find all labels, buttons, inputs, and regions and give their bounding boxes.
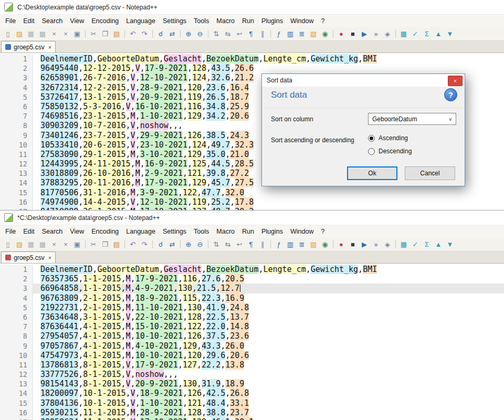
editor-line-2[interactable]: 296495440,12-12-2015,V,17-9-2021,128,43.… [0, 64, 504, 73]
editor-line-14[interactable]: 1418200097,10-1-2015,V,18-9-2021,126,42.… [0, 388, 504, 398]
find-icon[interactable]: ☌ [155, 239, 166, 250]
monitoring-eye-icon[interactable]: ◉ [320, 239, 330, 250]
menu-settings[interactable]: Settings [159, 226, 190, 237]
print-icon[interactable]: ▣ [72, 239, 82, 250]
menu-window[interactable]: Window [287, 226, 317, 237]
paste-icon[interactable]: ▤ [111, 239, 122, 250]
sort-ascending-icon[interactable]: ▲ [433, 239, 444, 250]
menu-search[interactable]: Search [38, 16, 67, 26]
line-number[interactable]: 5 [0, 92, 33, 102]
run-macro-multiple-times-icon[interactable]: » [371, 29, 381, 39]
line-number[interactable]: 3 [0, 73, 33, 82]
copy-icon[interactable]: ❐ [100, 239, 110, 250]
csv-lint-validate-icon[interactable]: ✓ [410, 29, 421, 39]
line-number[interactable]: 13 [0, 169, 33, 178]
zoom-in-icon[interactable]: ⊕ [183, 239, 194, 250]
csv-lint-panel-icon[interactable]: ▦ [398, 29, 409, 39]
line-number[interactable]: 12 [0, 370, 33, 379]
menu-file[interactable]: File [2, 226, 19, 237]
menu-language[interactable]: Language [122, 16, 159, 26]
close-all-files-icon[interactable]: × [60, 29, 71, 39]
line-number[interactable]: 4 [0, 83, 33, 92]
tab-groep5csv[interactable]: groep5.csv × [1, 41, 56, 52]
line-number[interactable]: 10 [0, 140, 33, 150]
line-number[interactable]: 5 [0, 303, 33, 312]
editor-line-11[interactable]: 1113786813,8-1-2015,V,17-9-2021,127,22.2… [0, 360, 504, 370]
document-map-icon[interactable]: ▥ [285, 29, 296, 39]
menu-tools[interactable]: Tools [190, 16, 213, 26]
radio-ascending[interactable]: Ascending [368, 134, 408, 142]
redo-icon[interactable]: ↷ [139, 239, 150, 250]
sync-horizontal-scrolling-icon[interactable]: ⇆ [223, 239, 233, 250]
menu-plugins[interactable]: Plugins [258, 16, 287, 26]
sync-vertical-scrolling-icon[interactable]: ⇅ [211, 239, 222, 250]
line-number[interactable]: 6 [0, 312, 33, 322]
redo-icon[interactable]: ↷ [139, 29, 150, 39]
menu-language[interactable]: Language [122, 226, 159, 237]
zoom-out-icon[interactable]: ⊖ [195, 29, 205, 39]
editor-line-2[interactable]: 276357365,1-1-2015,M,17-9-2021,116,27.6,… [0, 274, 504, 284]
record-macro-icon[interactable]: ● [336, 29, 346, 39]
csv-lint-metadata-icon[interactable]: Σ [422, 29, 432, 39]
editor-pane[interactable]: 1DeelnemerID,GeboorteDatum,Geslacht,Bezo… [0, 264, 504, 420]
line-number[interactable]: 7 [0, 322, 33, 331]
line-number[interactable]: 12 [0, 159, 33, 169]
undo-icon[interactable]: ↶ [128, 29, 138, 39]
help-icon[interactable]: ? [444, 88, 457, 101]
ok-button[interactable]: Ok [347, 166, 397, 180]
menu-edit[interactable]: Edit [19, 226, 38, 237]
csv-lint-metadata-icon[interactable]: Σ [422, 239, 432, 250]
function-list-icon[interactable]: ƒ [274, 239, 284, 250]
document-map-icon[interactable]: ▥ [285, 239, 296, 250]
line-number[interactable]: 15 [0, 398, 33, 408]
editor-line-7[interactable]: 787636441,4-1-2015,M,15-10-2021,122,22.0… [0, 322, 504, 331]
folder-as-workspace-icon[interactable]: ▧ [308, 29, 319, 39]
editor-line-1[interactable]: 1DeelnemerID,GeboorteDatum,Geslacht,Bezo… [0, 265, 504, 274]
line-number[interactable]: 9 [0, 131, 33, 140]
editor-line-16[interactable]: 1674974900,14-4-2015,V,12-10-2021,119,25… [0, 197, 504, 207]
line-number[interactable]: 7 [0, 111, 33, 121]
replace-icon[interactable]: ⇄ [167, 239, 177, 250]
editor-line-10[interactable]: 1047547973,4-1-2015,M,10-10-2021,120,29.… [0, 351, 504, 360]
save-recorded-macro-icon[interactable]: ◈ [382, 29, 393, 39]
save-file-icon[interactable]: ▦ [26, 239, 36, 250]
save-all-icon[interactable]: ▩ [37, 29, 48, 39]
menu-macro[interactable]: Macro [213, 16, 238, 26]
menu-macro[interactable]: Macro [213, 226, 238, 237]
line-number[interactable]: 8 [0, 331, 33, 341]
line-number[interactable]: 2 [0, 274, 33, 284]
line-number[interactable]: 1 [0, 54, 33, 64]
menu-encoding[interactable]: Encoding [88, 16, 122, 26]
editor-line-4[interactable]: 496763809,2-1-2015,M,18-9-2021,115,22.3,… [0, 293, 504, 303]
line-number[interactable]: 14 [0, 178, 33, 187]
line-number[interactable]: 4 [0, 293, 33, 303]
line-number[interactable]: 14 [0, 388, 33, 398]
menu-run[interactable]: Run [238, 16, 258, 26]
tab-groep5csv[interactable]: groep5.csv × [1, 251, 56, 263]
show-all-characters-icon[interactable]: ¶ [246, 29, 256, 39]
csv-lint-validate-icon[interactable]: ✓ [410, 239, 421, 250]
line-number[interactable]: 6 [0, 102, 33, 111]
line-number[interactable]: 8 [0, 121, 33, 130]
menu-view[interactable]: View [66, 16, 88, 26]
open-file-icon[interactable]: ▨ [14, 29, 25, 39]
menu-file[interactable]: File [2, 16, 19, 26]
cut-icon[interactable]: ✂ [88, 29, 99, 39]
line-number[interactable]: 3 [0, 284, 33, 293]
editor-line-1[interactable]: 1DeelnemerID,GeboorteDatum,Geslacht,Bezo… [0, 54, 504, 64]
editor-line-6[interactable]: 673634648,3-1-2015,V,22-10-2021,128,22.5… [0, 312, 504, 322]
zoom-out-icon[interactable]: ⊖ [195, 239, 205, 250]
menu-search[interactable]: Search [38, 226, 67, 237]
menu-help[interactable]: ? [317, 226, 328, 237]
line-number[interactable]: 15 [0, 188, 33, 197]
show-indent-guide-icon[interactable]: ∥ [257, 239, 268, 250]
title-bar[interactable]: *C:\Desktop\example data\groep5.csv - No… [0, 211, 504, 225]
undo-icon[interactable]: ↶ [128, 239, 138, 250]
menu-plugins[interactable]: Plugins [258, 226, 287, 237]
sort-column-combobox[interactable]: GeboorteDatum ∨ [368, 113, 456, 125]
line-number[interactable]: 13 [0, 379, 33, 388]
dialog-title-bar[interactable]: Sort data [262, 74, 465, 87]
tab-close-icon[interactable]: × [48, 44, 51, 50]
editor-line-15[interactable]: 1537804136,10-1-2015,V,1-10-2021,121,48.… [0, 398, 504, 408]
title-bar[interactable]: C:\Desktop\example data\groep5.csv - Not… [0, 0, 504, 15]
